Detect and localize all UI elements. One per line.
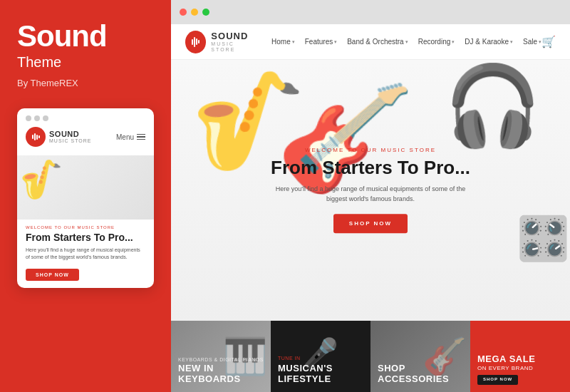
hero-description: Here you'll find a huge range of musical… <box>271 184 470 205</box>
desktop-logo-icon <box>185 31 206 53</box>
brand-subtitle: Theme <box>17 54 154 71</box>
hero-headphones-icon: 🎧 <box>444 60 542 152</box>
card-musician-title2: Lifestyle <box>278 373 333 385</box>
saxophone-icon: 🎷 <box>17 155 68 204</box>
mobile-logo-icon <box>26 127 46 147</box>
card-sale-shop-button[interactable]: SHOP NOW <box>477 375 518 385</box>
brand-by: By ThemeREX <box>17 78 154 88</box>
hero-content: WELCOME TO OUR MUSIC STORE From Starters… <box>271 147 470 233</box>
hero-welcome-text: WELCOME TO OUR MUSIC STORE <box>271 147 470 153</box>
card-sale-sub: On Every Brand <box>477 365 533 371</box>
card-keyboards-title2: Keyboards <box>178 373 264 385</box>
hero-mixer-icon: 🎛️ <box>517 213 570 264</box>
desktop-site-preview: SOUND MUSIC STORE Home ▾ Features ▾ Band… <box>171 24 570 392</box>
browser-minimize-dot[interactable] <box>191 9 198 16</box>
nav-item-home[interactable]: Home ▾ <box>271 38 295 46</box>
desktop-cards: 🎹 Keyboards & Digital Pianos New In Keyb… <box>171 321 570 392</box>
desktop-logo-sound: SOUND <box>211 31 257 41</box>
card-musician[interactable]: 🎤 Tune in Musican's Lifestyle <box>271 321 370 392</box>
mobile-hero-content: WELCOME TO OUR MUSIC STORE From Starters… <box>17 220 154 288</box>
nav-dj-label: DJ & Karaoke <box>465 38 509 46</box>
desktop-nav: SOUND MUSIC STORE Home ▾ Features ▾ Band… <box>171 24 570 60</box>
mobile-description: Here you'll find a huge range of musical… <box>26 247 145 261</box>
card-accessories-label: Shop Accessories <box>378 363 463 385</box>
mobile-menu-label: Menu <box>116 133 134 141</box>
nav-item-recording[interactable]: Recording ▾ <box>418 38 455 46</box>
mobile-welcome-text: WELCOME TO OUR MUSIC STORE <box>26 225 145 229</box>
nav-home-arrow: ▾ <box>292 39 295 45</box>
card-keyboards-label: Keyboards & Digital Pianos New In Keyboa… <box>178 356 264 385</box>
nav-features-arrow: ▾ <box>334 39 337 45</box>
mobile-preview-card: SOUND MUSIC STORE Menu 🎷 WELCOME <box>17 108 154 288</box>
desktop-logo-text: SOUND MUSIC STORE <box>211 31 257 53</box>
mobile-dot-2 <box>34 115 40 121</box>
nav-item-band[interactable]: Band & Orchestra ▾ <box>347 38 408 46</box>
card-musician-label: Tune in Musican's Lifestyle <box>278 355 333 385</box>
nav-features-label: Features <box>305 38 333 46</box>
nav-item-sale[interactable]: Sale ▾ <box>523 38 542 46</box>
browser-chrome <box>171 0 570 24</box>
mobile-heading: From Starters To Pro... <box>26 232 145 243</box>
hero-shop-now-button[interactable]: SHOP NOW <box>333 215 408 234</box>
mobile-logo-text: SOUND MUSIC STORE <box>49 130 92 144</box>
nav-dj-arrow: ▾ <box>510 39 513 45</box>
right-panel: SOUND MUSIC STORE Home ▾ Features ▾ Band… <box>171 0 570 392</box>
left-panel: Sound Theme By ThemeREX <box>0 0 171 392</box>
card-accessories[interactable]: 🎸 Shop Accessories <box>370 321 470 392</box>
nav-sale-label: Sale <box>523 38 537 46</box>
mobile-hamburger-icon <box>137 134 145 140</box>
desktop-logo-store: MUSIC STORE <box>211 41 257 52</box>
mobile-logo-sound: SOUND <box>49 130 92 138</box>
card-sale-label: Mega Sale On Every Brand SHOP NOW <box>477 354 563 385</box>
card-sale[interactable]: Mega Sale On Every Brand SHOP NOW <box>470 321 570 392</box>
nav-item-features[interactable]: Features ▾ <box>305 38 337 46</box>
cart-icon[interactable]: 🛒 <box>542 35 556 48</box>
mobile-logo: SOUND MUSIC STORE <box>26 127 92 147</box>
brand-title: Sound <box>17 21 154 51</box>
nav-home-label: Home <box>271 38 291 46</box>
browser-maximize-dot[interactable] <box>202 9 209 16</box>
nav-recording-label: Recording <box>418 38 451 46</box>
mobile-dot-1 <box>26 115 31 121</box>
desktop-hero: 🎷 🎸 🎧 🎛️ WELCOME TO OUR MUSIC STORE From… <box>171 60 570 321</box>
card-sale-title1: Mega Sale <box>477 354 563 365</box>
mobile-header: SOUND MUSIC STORE Menu <box>26 127 145 147</box>
card-keyboards[interactable]: 🎹 Keyboards & Digital Pianos New In Keyb… <box>171 321 271 392</box>
mobile-menu-button[interactable]: Menu <box>116 133 145 141</box>
mobile-dot-3 <box>43 115 48 121</box>
mobile-logo-store: MUSIC STORE <box>49 138 92 144</box>
card-accessories-title: Shop Accessories <box>378 363 463 385</box>
nav-band-arrow: ▾ <box>405 39 408 45</box>
hero-heading: From Starters To Pro... <box>271 158 470 178</box>
card-musician-tag: Tune in <box>278 355 333 361</box>
card-keyboards-title1: New In <box>178 363 264 374</box>
nav-item-dj[interactable]: DJ & Karaoke ▾ <box>465 38 513 46</box>
desktop-nav-items: Home ▾ Features ▾ Band & Orchestra ▾ Rec… <box>271 38 542 46</box>
nav-recording-arrow: ▾ <box>452 39 455 45</box>
mobile-shop-now-button[interactable]: SHOP NOW <box>26 269 79 281</box>
mobile-hero-image: 🎷 <box>17 155 154 220</box>
nav-band-label: Band & Orchestra <box>347 38 403 46</box>
desktop-logo[interactable]: SOUND MUSIC STORE <box>185 31 257 53</box>
card-musician-title1: Musican's <box>278 363 333 374</box>
card-keyboards-sub: Keyboards & Digital Pianos <box>178 356 264 363</box>
browser-close-dot[interactable] <box>180 9 187 16</box>
mobile-window-dots <box>26 115 145 121</box>
